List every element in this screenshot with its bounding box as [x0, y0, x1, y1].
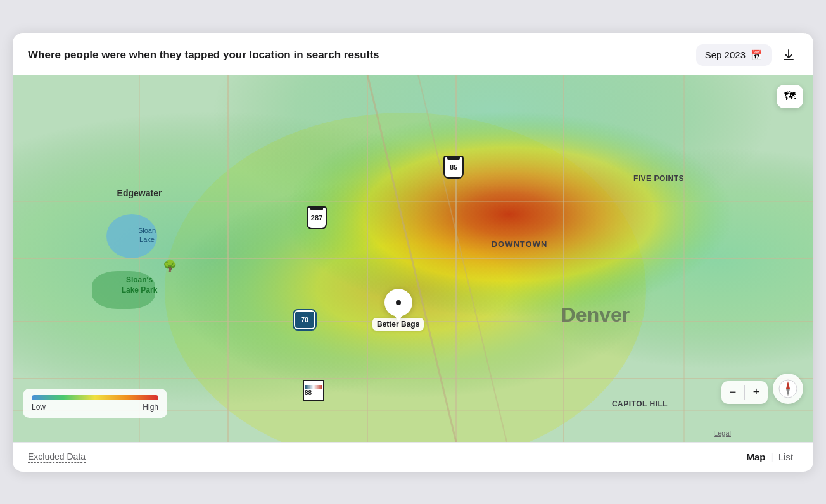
- legend-low-label: Low: [32, 403, 46, 412]
- svg-rect-0: [784, 59, 794, 60]
- page-title: Where people were when they tapped your …: [28, 49, 379, 61]
- map-toggle-icon: 🗺: [784, 90, 796, 103]
- pin-dot: [396, 300, 401, 305]
- map-toggle-button[interactable]: 🗺: [777, 85, 803, 108]
- download-icon: [782, 48, 796, 62]
- compass[interactable]: N: [773, 374, 803, 404]
- sloan-lake: [106, 214, 157, 258]
- excluded-data-link[interactable]: Excluded Data: [28, 451, 86, 463]
- footer: Excluded Data Map | List: [13, 442, 813, 472]
- date-label: Sep 2023: [705, 49, 746, 60]
- legend-high-label: High: [143, 403, 158, 412]
- map-container[interactable]: 🌳 Edgewater Sloan Lake Sloan's Lake Park…: [13, 75, 813, 442]
- state-shield-88: 88: [303, 380, 324, 401]
- legend-gradient-bar: [32, 395, 158, 400]
- location-pin[interactable]: Better Bags: [372, 289, 424, 331]
- header-controls: Sep 2023 📅: [696, 44, 798, 66]
- calendar-icon: 📅: [751, 49, 763, 61]
- zoom-controls: − +: [721, 381, 768, 404]
- header: Where people were when they tapped your …: [13, 33, 813, 75]
- compass-inner: N: [778, 379, 798, 399]
- zoom-in-button[interactable]: +: [745, 381, 768, 404]
- legal-link[interactable]: Legal: [714, 429, 731, 437]
- compass-svg: N: [778, 379, 798, 399]
- legend-labels: Low High: [32, 403, 158, 412]
- heatmap-overlay: [13, 75, 813, 442]
- main-card: Where people were when they tapped your …: [13, 33, 813, 472]
- download-button[interactable]: [779, 46, 798, 65]
- highway-70: 70: [294, 310, 315, 329]
- interstate-shield-70: 70: [294, 310, 315, 329]
- park-area: [92, 271, 155, 309]
- heatmap-legend: Low High: [23, 389, 167, 418]
- highway-88: 88: [303, 380, 324, 401]
- view-toggle: Map | List: [742, 451, 799, 463]
- zoom-out-button[interactable]: −: [721, 381, 744, 404]
- date-picker[interactable]: Sep 2023 📅: [696, 44, 772, 66]
- highway-287: 287: [307, 206, 327, 229]
- svg-text:N: N: [787, 382, 789, 386]
- view-map-button[interactable]: Map: [742, 451, 771, 462]
- pin-bubble: [384, 289, 412, 317]
- view-list-button[interactable]: List: [773, 451, 798, 462]
- us-shield-287: 287: [307, 206, 327, 229]
- us-shield-85: 85: [443, 156, 464, 179]
- highway-85: 85: [443, 156, 464, 179]
